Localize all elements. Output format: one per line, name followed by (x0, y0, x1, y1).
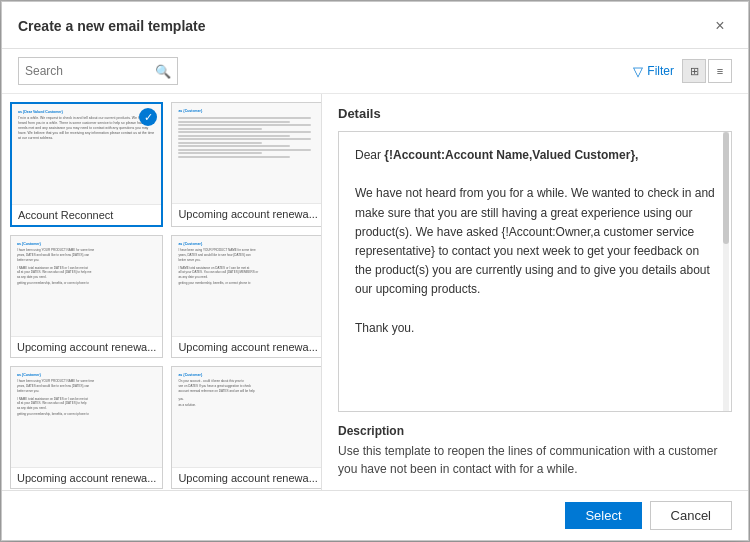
select-button[interactable]: Select (565, 502, 641, 529)
template-preview: as {Customer} I have been using YOUR PRO… (11, 367, 162, 467)
template-card-label: Account Reconnect (12, 204, 161, 225)
template-card-label: Upcoming account renewa... (172, 203, 322, 224)
template-preview: as {Customer} (172, 103, 322, 203)
template-card-label: Upcoming account renewa... (172, 467, 322, 488)
search-icon[interactable]: 🔍 (155, 64, 171, 79)
template-card[interactable]: as {Customer} I have been using YOUR PRO… (10, 366, 163, 489)
template-card[interactable]: as {Customer} I have been using YOUR PRO… (10, 235, 163, 358)
content-area: as {Dear Valued Customer} I'm in a while… (2, 94, 748, 490)
email-body-paragraph: We have not heard from you for a while. … (355, 184, 715, 299)
details-panel: Details Dear {!Account:Account Name,Valu… (322, 94, 748, 490)
template-card[interactable]: as {Customer} On your account - could it… (171, 366, 322, 489)
dialog-title: Create a new email template (18, 18, 206, 34)
dialog-header: Create a new email template × (2, 2, 748, 49)
grid-icon: ⊞ (690, 65, 699, 78)
create-email-template-dialog: Create a new email template × 🔍 ▽ Filter… (1, 1, 749, 541)
template-card[interactable]: as {Dear Valued Customer} I'm in a while… (10, 102, 163, 227)
description-label: Description (338, 424, 732, 438)
dialog-footer: Select Cancel (2, 490, 748, 540)
template-preview: as {Customer} On your account - could it… (172, 367, 322, 467)
view-toggle: ⊞ ≡ (682, 59, 732, 83)
filter-label: Filter (647, 64, 674, 78)
template-preview: as {Customer} I have been using YOUR PRO… (172, 236, 322, 336)
filter-icon: ▽ (633, 64, 643, 79)
template-card-label: Upcoming account renewa... (172, 336, 322, 357)
template-preview: as {Customer} I have been using YOUR PRO… (11, 236, 162, 336)
description-text: Use this template to reopen the lines of… (338, 442, 732, 478)
template-card[interactable]: as {Customer} I have been using YOUR PRO… (171, 235, 322, 358)
email-salutation: Dear {!Account:Account Name,Valued Custo… (355, 146, 715, 165)
toolbar-right: ▽ Filter ⊞ ≡ (633, 59, 732, 83)
list-view-button[interactable]: ≡ (708, 59, 732, 83)
template-card[interactable]: as {Customer} (171, 102, 322, 227)
scrollbar (723, 132, 729, 411)
grid-view-button[interactable]: ⊞ (682, 59, 706, 83)
search-input[interactable] (25, 64, 155, 78)
template-card-label: Upcoming account renewa... (11, 467, 162, 488)
templates-grid: as {Dear Valued Customer} I'm in a while… (10, 102, 313, 489)
list-icon: ≡ (717, 65, 723, 77)
templates-panel: as {Dear Valued Customer} I'm in a while… (2, 94, 322, 490)
toolbar: 🔍 ▽ Filter ⊞ ≡ (2, 49, 748, 94)
details-title: Details (338, 106, 732, 121)
template-preview: as {Dear Valued Customer} I'm in a while… (12, 104, 161, 204)
email-closing: Thank you. (355, 319, 715, 338)
close-button[interactable]: × (708, 14, 732, 38)
email-preview-box: Dear {!Account:Account Name,Valued Custo… (338, 131, 732, 412)
filter-button[interactable]: ▽ Filter (633, 64, 674, 79)
template-card-label: Upcoming account renewa... (11, 336, 162, 357)
search-box: 🔍 (18, 57, 178, 85)
description-section: Description Use this template to reopen … (338, 424, 732, 478)
cancel-button[interactable]: Cancel (650, 501, 732, 530)
